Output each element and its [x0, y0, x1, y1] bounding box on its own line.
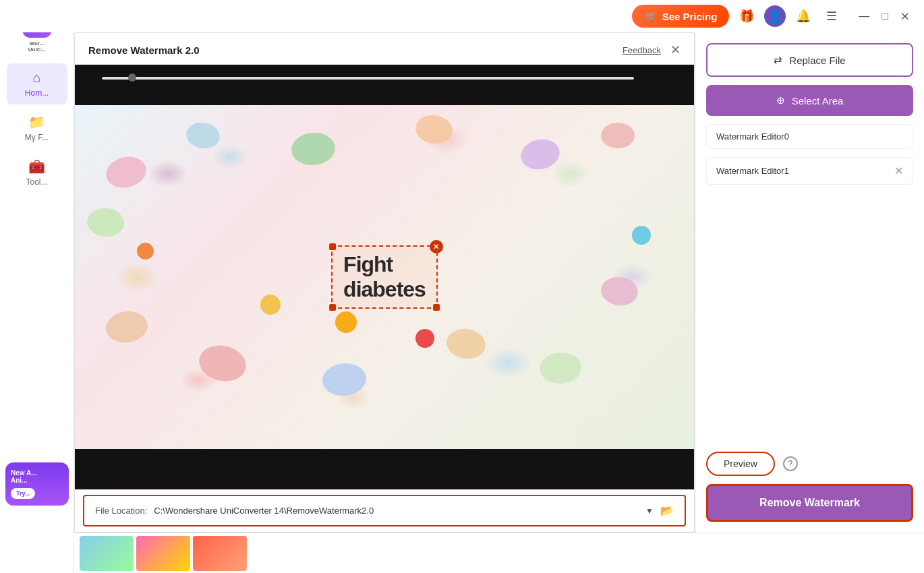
- feedback-link[interactable]: Feedback: [623, 45, 661, 55]
- corner-bl: [329, 304, 336, 311]
- sidebar-myfiles-label: My F...: [25, 133, 49, 142]
- right-panel: ⇄ Replace File ⊕ Select Area Watermark E…: [695, 32, 924, 533]
- video-container: ✕ Fight diabetes ▶ 00:00/00:09: [75, 65, 694, 489]
- watermark-editor-1[interactable]: Watermark Editor1 ✕: [706, 157, 913, 185]
- replace-file-button[interactable]: ⇄ Replace File: [706, 43, 913, 77]
- bottom-thumbnails: [74, 533, 924, 573]
- preview-button[interactable]: Preview: [706, 452, 775, 476]
- replace-icon: ⇄: [774, 54, 782, 66]
- editor-1-label: Watermark Editor1: [716, 166, 789, 176]
- file-location-label: File Location:: [95, 506, 147, 516]
- select-area-button[interactable]: ⊕ Select Area: [706, 85, 913, 116]
- dialog-header-right: Feedback ✕: [623, 42, 681, 57]
- file-location-bar: File Location: ▼ 📂: [83, 495, 686, 526]
- sidebar-tools-label: Tool...: [26, 177, 47, 187]
- file-location-dropdown-button[interactable]: ▼: [645, 506, 654, 516]
- user-icon: 👤: [768, 9, 782, 24]
- sidebar-item-myfiles[interactable]: 📁 My F...: [7, 107, 67, 149]
- watermark-selection-box[interactable]: ✕ Fight diabetes: [331, 245, 438, 309]
- dialog: Remove Watermark 2.0 Feedback ✕: [74, 32, 695, 533]
- gift-button[interactable]: 🎁: [736, 5, 757, 27]
- editor-0-label: Watermark Editor0: [716, 131, 789, 142]
- file-location-input[interactable]: [154, 506, 639, 516]
- dialog-header: Remove Watermark 2.0 Feedback ✕: [75, 33, 694, 65]
- home-icon: ⌂: [32, 70, 40, 86]
- folder-open-button[interactable]: 📂: [660, 504, 674, 517]
- dialog-title: Remove Watermark 2.0: [88, 44, 200, 56]
- minimize-button[interactable]: —: [855, 9, 873, 24]
- see-pricing-label: See Pricing: [662, 11, 718, 22]
- maximize-button[interactable]: □: [877, 9, 892, 24]
- editor-1-close-button[interactable]: ✕: [894, 164, 903, 177]
- window-controls: — □ ✕: [855, 9, 913, 24]
- select-area-label: Select Area: [792, 95, 844, 107]
- sidebar: Wor...UniC... ⌂ Hom... 📁 My F... 🧰 Tool.…: [0, 0, 74, 573]
- menu-icon: ☰: [826, 9, 837, 24]
- preview-section: Preview ?: [706, 452, 913, 476]
- user-button[interactable]: 👤: [764, 5, 786, 27]
- bell-icon: 🔔: [796, 9, 811, 24]
- select-area-icon: ⊕: [776, 94, 785, 107]
- bell-button[interactable]: 🔔: [792, 5, 814, 27]
- dialog-close-button[interactable]: ✕: [670, 42, 681, 57]
- corner-tl: [329, 243, 336, 250]
- sidebar-item-home[interactable]: ⌂ Hom...: [7, 63, 67, 104]
- folder-icon: 📁: [28, 114, 45, 130]
- app-name: Wor...UniC...: [28, 40, 45, 53]
- top-bar: 🛒 See Pricing 🎁 👤 🔔 ☰ — □ ✕: [0, 0, 924, 32]
- thumbnail-2[interactable]: [136, 536, 190, 571]
- promo-try-button[interactable]: Try...: [11, 488, 35, 499]
- watermark-text: Fight diabetes: [343, 252, 426, 301]
- thumbnail-1[interactable]: [80, 536, 134, 571]
- promo-text: New A...Ani...: [11, 469, 63, 484]
- see-pricing-button[interactable]: 🛒 See Pricing: [632, 5, 730, 28]
- progress-bar[interactable]: [102, 77, 634, 80]
- video-content: ✕ Fight diabetes: [75, 105, 694, 449]
- sidebar-promo: New A...Ani... Try...: [5, 462, 69, 506]
- watermark-editor-0[interactable]: Watermark Editor0: [706, 124, 913, 149]
- gift-icon: 🎁: [739, 9, 754, 24]
- menu-button[interactable]: ☰: [821, 5, 842, 27]
- remove-watermark-button[interactable]: Remove Watermark: [706, 484, 913, 522]
- corner-br: [433, 304, 440, 311]
- tools-icon: 🧰: [28, 158, 45, 175]
- replace-file-label: Replace File: [789, 55, 845, 66]
- sidebar-item-tools[interactable]: 🧰 Tool...: [7, 152, 67, 193]
- cart-icon: 🛒: [644, 10, 657, 22]
- sidebar-home-label: Hom...: [25, 88, 49, 98]
- window-close-button[interactable]: ✕: [896, 9, 913, 24]
- thumbnail-3[interactable]: [193, 536, 247, 571]
- help-icon[interactable]: ?: [783, 456, 798, 471]
- remove-selection-button[interactable]: ✕: [430, 240, 443, 253]
